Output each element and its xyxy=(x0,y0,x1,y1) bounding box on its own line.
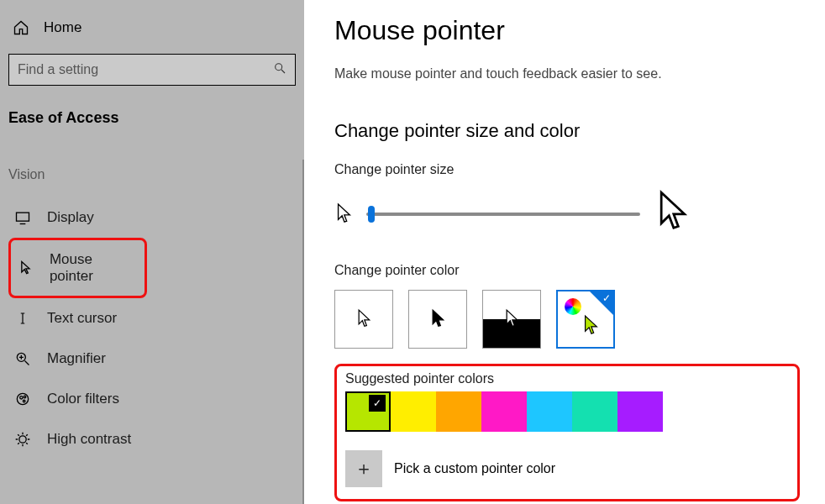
svg-point-4 xyxy=(20,396,23,399)
text-cursor-icon xyxy=(13,309,32,328)
high-contrast-icon xyxy=(13,430,32,449)
svg-point-0 xyxy=(276,64,282,71)
slider-thumb[interactable] xyxy=(368,206,375,223)
pointer-color-black[interactable] xyxy=(408,290,467,349)
sidebar-item-high-contrast[interactable]: High contrast xyxy=(8,419,296,459)
category-title: Ease of Access xyxy=(8,109,296,127)
pointer-color-white[interactable] xyxy=(334,290,393,349)
color-swatch-lime[interactable]: ✓ xyxy=(345,391,391,432)
color-swatch-cyan[interactable] xyxy=(527,391,572,432)
sidebar-item-display[interactable]: Display xyxy=(8,197,296,238)
sidebar-item-label: Text cursor xyxy=(47,310,117,327)
custom-color-label: Pick a custom pointer color xyxy=(394,461,555,476)
sidebar-divider xyxy=(302,160,304,504)
search-icon xyxy=(273,61,286,78)
svg-rect-1 xyxy=(17,213,29,221)
check-icon: ✓ xyxy=(369,395,386,412)
svg-point-3 xyxy=(17,393,28,404)
color-swatch-purple[interactable] xyxy=(617,391,663,432)
sidebar-item-label: Mouse pointer xyxy=(50,251,139,285)
page-description: Make mouse pointer and touch feedback ea… xyxy=(334,66,800,81)
display-icon xyxy=(13,208,32,227)
suggested-colors-section: Suggested pointer colors ✓ ＋ Pick a cust… xyxy=(334,364,800,501)
pointer-size-row xyxy=(334,189,800,239)
cursor-small-icon xyxy=(334,202,353,226)
color-wheel-icon xyxy=(565,298,581,315)
pointer-color-options: ✓ xyxy=(334,290,800,349)
pointer-size-slider[interactable] xyxy=(366,213,640,216)
group-label: Vision xyxy=(8,167,296,182)
color-swatch-teal[interactable] xyxy=(572,391,617,432)
svg-point-5 xyxy=(24,396,26,398)
pointer-color-inverted[interactable] xyxy=(482,290,541,349)
color-filters-icon xyxy=(13,390,32,408)
sidebar-item-color-filters[interactable]: Color filters xyxy=(8,379,296,419)
home-label: Home xyxy=(44,19,81,36)
svg-point-6 xyxy=(23,400,25,402)
sidebar-item-label: Color filters xyxy=(47,391,119,407)
pointer-color-custom[interactable]: ✓ xyxy=(556,290,615,349)
svg-point-7 xyxy=(19,436,26,443)
pointer-size-label: Change pointer size xyxy=(334,162,800,177)
sidebar: Home Find a setting Ease of Access Visio… xyxy=(0,0,304,504)
page-title: Mouse pointer xyxy=(334,15,800,46)
sidebar-item-label: Display xyxy=(47,209,94,226)
check-icon: ✓ xyxy=(602,292,611,304)
suggested-color-swatches: ✓ xyxy=(345,391,789,432)
sidebar-item-label: Magnifier xyxy=(47,350,106,367)
section-title: Change pointer size and color xyxy=(334,120,800,142)
sidebar-item-mouse-pointer[interactable]: Mouse pointer xyxy=(8,238,147,298)
sidebar-item-magnifier[interactable]: Magnifier xyxy=(8,339,296,379)
sidebar-item-label: High contrast xyxy=(47,431,131,448)
color-swatch-yellow[interactable] xyxy=(391,391,436,432)
magnifier-icon xyxy=(13,349,32,368)
cursor-large-icon xyxy=(654,189,691,239)
main-content: Mouse pointer Make mouse pointer and tou… xyxy=(304,0,825,504)
search-placeholder: Find a setting xyxy=(18,62,98,77)
color-swatch-orange[interactable] xyxy=(436,391,481,432)
home-icon xyxy=(12,18,30,37)
pointer-color-label: Change pointer color xyxy=(334,263,800,278)
sidebar-item-text-cursor[interactable]: Text cursor xyxy=(8,298,296,339)
search-input[interactable]: Find a setting xyxy=(8,54,296,86)
mouse-pointer-icon xyxy=(16,259,34,277)
suggested-colors-label: Suggested pointer colors xyxy=(345,371,789,386)
color-swatch-magenta[interactable] xyxy=(481,391,527,432)
plus-icon: ＋ xyxy=(355,456,373,481)
home-link[interactable]: Home xyxy=(8,15,296,45)
add-custom-color-button[interactable]: ＋ xyxy=(345,450,382,487)
nav-list: Display Mouse pointer Text cursor Magnif… xyxy=(8,197,296,459)
custom-color-row[interactable]: ＋ Pick a custom pointer color xyxy=(345,450,789,487)
